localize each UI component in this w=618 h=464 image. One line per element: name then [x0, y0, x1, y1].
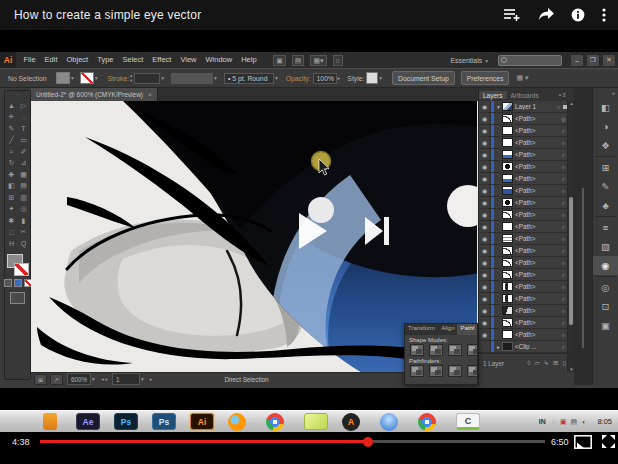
mask-icon[interactable]: ▣ — [593, 316, 618, 335]
zoom-tool[interactable]: Q — [18, 238, 30, 250]
clipping-mask-icon[interactable]: ▱ — [535, 359, 540, 367]
stroke-color-swatch[interactable] — [14, 263, 29, 276]
selection-tool[interactable]: ▲ — [6, 100, 18, 112]
playlist-add-icon[interactable] — [504, 8, 521, 22]
rectangle-tool[interactable]: ▭ — [18, 135, 30, 147]
menu-window[interactable]: Window — [201, 52, 237, 68]
merge-icon[interactable] — [448, 365, 462, 377]
visibility-toggle[interactable]: ◉ — [479, 125, 491, 136]
tab-layers[interactable]: Layers — [479, 91, 507, 99]
stroke-label[interactable]: Stroke: — [108, 75, 130, 82]
scrollbar-thumb[interactable] — [569, 197, 573, 325]
visibility-toggle[interactable]: ◉ — [479, 113, 491, 124]
lasso-tool[interactable]: ◌ — [18, 112, 30, 124]
new-layer-icon[interactable]: ⊞ — [553, 359, 558, 367]
column-graph-tool[interactable]: ▮ — [18, 215, 30, 227]
layer-row[interactable]: ◉<Path>○ — [479, 317, 568, 329]
delete-layer-icon[interactable]: ▯ — [562, 359, 566, 367]
layer-name[interactable]: <Path> — [513, 211, 559, 218]
layer-name[interactable]: <Path> — [513, 139, 559, 146]
layer-row[interactable]: ◉<Path>○ — [479, 257, 568, 269]
layers-panel-menu-icon[interactable]: ▪ ≡ — [559, 92, 566, 98]
hand-tool[interactable]: H — [6, 238, 18, 250]
layer-row[interactable]: ◉<Path>○ — [479, 173, 568, 185]
layer-row[interactable]: ▸<Clip ...○ — [479, 341, 568, 353]
layer-row[interactable]: ◉<Path>○ — [479, 149, 568, 161]
tab-artboards[interactable]: Artboards — [507, 91, 543, 99]
layer-name[interactable]: <Path> — [513, 199, 559, 206]
layer-name[interactable]: <Path> — [513, 163, 559, 170]
layer-row[interactable]: ◉<Path>○ — [479, 269, 568, 281]
layer-name[interactable]: <Path> — [513, 175, 559, 182]
visibility-toggle[interactable]: ◉ — [479, 257, 491, 268]
mesh-tool[interactable]: ⊞ — [6, 192, 18, 204]
layer-row[interactable]: ◉<Path>○ — [479, 161, 568, 173]
new-sublayer-icon[interactable]: ↳ — [544, 359, 549, 367]
tab-pathf[interactable]: Pathf — [457, 324, 477, 335]
layer-name[interactable]: <Path> — [513, 259, 559, 266]
fill-swatch[interactable] — [56, 72, 70, 84]
layer-row[interactable]: ◉<Path>○ — [479, 137, 568, 149]
layer-name[interactable]: <Path> — [513, 283, 559, 290]
info-icon[interactable] — [571, 8, 585, 22]
visibility-toggle[interactable]: ◉ — [479, 101, 491, 112]
minus-front-icon[interactable] — [429, 344, 443, 356]
search-input[interactable] — [498, 55, 562, 66]
perspective-grid-tool[interactable]: ▤ — [18, 181, 30, 193]
layer-name[interactable]: Layer 1 — [513, 103, 554, 110]
layer-row[interactable]: ◉<Path>○ — [479, 281, 568, 293]
layer-row[interactable]: ◉<Path>◎ — [479, 113, 568, 125]
line-segment-tool[interactable]: ╱ — [6, 135, 18, 147]
layer-row[interactable]: ◉<Path>○ — [479, 329, 568, 341]
rotate-tool[interactable]: ↻ — [6, 158, 18, 170]
layer-name[interactable]: <Path> — [513, 271, 559, 278]
intersect-icon[interactable] — [448, 344, 462, 356]
visibility-toggle[interactable]: ◉ — [479, 281, 491, 292]
layer-name[interactable]: <Path> — [513, 151, 559, 158]
canvas-export-icon[interactable]: ↗ — [50, 374, 63, 385]
progress-scrubber[interactable] — [363, 437, 373, 447]
blend-tool[interactable]: ◎ — [18, 204, 30, 216]
crop-icon[interactable] — [467, 365, 478, 377]
expand-panels-icon[interactable]: » — [593, 88, 618, 98]
direct-selection-tool[interactable]: ▷ — [18, 100, 30, 112]
document-tab[interactable]: Untitled-2* @ 600% (CMYK/Preview) × — [31, 88, 158, 101]
brushes-icon[interactable]: ✎ — [593, 177, 618, 196]
next-button[interactable] — [365, 216, 391, 246]
brush-preset-dropdown[interactable]: •5 pt. Round — [224, 73, 274, 84]
layers-scrollbar[interactable]: ▲ ▼ — [567, 101, 574, 372]
exclude-icon[interactable] — [467, 344, 478, 356]
scale-tool[interactable]: ⊿ — [18, 158, 30, 170]
fullscreen-icon[interactable] — [601, 434, 616, 449]
panel-options-icon[interactable]: ▦ ▾ — [516, 74, 528, 82]
trim-icon[interactable] — [429, 365, 443, 377]
color-icon[interactable]: ◧ — [593, 98, 618, 117]
menu-select[interactable]: Select — [118, 52, 148, 68]
visibility-toggle[interactable]: ◉ — [479, 173, 491, 184]
visibility-toggle[interactable]: ◉ — [479, 305, 491, 316]
pen-tool[interactable]: ✎ — [6, 123, 18, 135]
layer-row[interactable]: ◉<Path>○ — [479, 185, 568, 197]
cast-icon[interactable] — [574, 435, 592, 449]
more-icon[interactable] — [602, 8, 606, 22]
progress-bar[interactable] — [40, 440, 545, 443]
menu-view[interactable]: View — [176, 52, 201, 68]
menu-object[interactable]: Object — [62, 52, 93, 68]
visibility-toggle[interactable]: ◉ — [479, 161, 491, 172]
visibility-toggle[interactable]: ◉ — [479, 245, 491, 256]
menu-edit[interactable]: Edit — [40, 52, 62, 68]
fill-stroke-control[interactable] — [7, 254, 29, 276]
layer-row[interactable]: ◉▾Layer 1○ — [479, 101, 568, 113]
tab-transform[interactable]: Transform — [405, 324, 438, 335]
share-icon[interactable] — [538, 8, 554, 22]
visibility-toggle[interactable]: ◉ — [479, 233, 491, 244]
type-tool[interactable]: T — [18, 123, 30, 135]
menu-effect[interactable]: Effect — [148, 52, 176, 68]
opacity-label[interactable]: Opacity: — [286, 75, 311, 82]
restore-button[interactable]: ❐ — [586, 54, 600, 67]
gradient-tool[interactable]: ▥ — [18, 192, 30, 204]
visibility-toggle[interactable]: ◉ — [479, 269, 491, 280]
layer-name[interactable]: <Path> — [513, 235, 559, 242]
screen-mode-button[interactable] — [10, 292, 25, 304]
divide-icon[interactable] — [410, 365, 424, 377]
